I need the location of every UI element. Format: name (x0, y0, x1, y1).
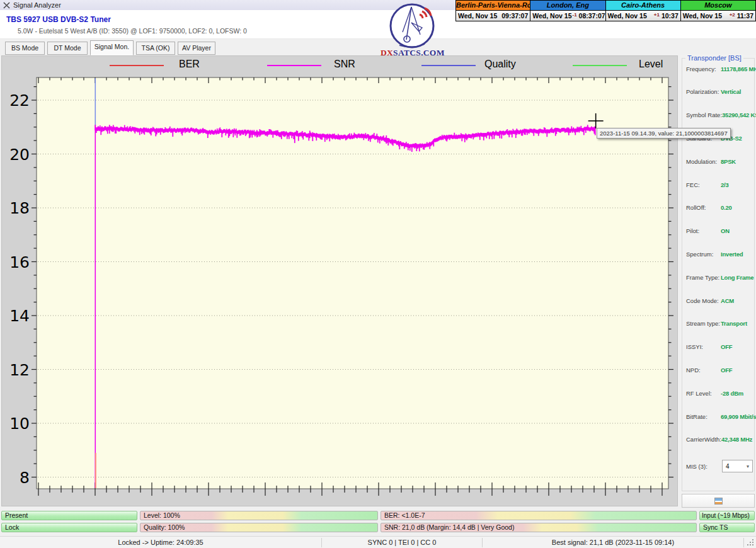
clock-offset: +1 (654, 12, 660, 18)
svg-text:12: 12 (9, 361, 30, 379)
clock-time-value: 09:37:07 (501, 12, 528, 20)
legend-line-level (573, 65, 627, 66)
clock-city: Cairo-Athens (606, 1, 680, 11)
clock-london: London, Eng Wed, Nov 15 -1 08:37:07 (530, 0, 605, 21)
cursor-tooltip: 2023-11-15 09.14.39, value: 21,100000381… (597, 128, 731, 139)
clock-time-value: 11:37 (737, 12, 753, 20)
clock-cairo: Cairo-Athens Wed, Nov 15 +1 10:37 (606, 0, 681, 21)
tp-row-npd: NPD:OFF (686, 363, 753, 376)
clock-city: Berlin-Paris-Vienna-Roma (456, 1, 530, 11)
legend-line-ber (110, 65, 164, 66)
tab-bs-mode[interactable]: BS Mode (5, 42, 45, 55)
tp-row-modulation: Modulation:8PSK (686, 155, 753, 168)
svg-text:18: 18 (9, 199, 30, 217)
logo-text: DXSATCS.COM (381, 48, 444, 58)
clock-city: London, Eng (530, 1, 605, 11)
legend-line-snr (267, 65, 321, 66)
tp-row-stream-type: Stream type:Transport (686, 317, 753, 330)
signal-chart: 810121416182022 BER SNR Quality Level (1, 55, 678, 506)
clock-offset: +2 (730, 12, 735, 18)
clock-offset: -1 (573, 12, 577, 18)
snr-bar: SNR: 21,0 dB (Margin: 14,4 dB | Very Goo… (381, 523, 697, 532)
window-title: Signal Analyzer (13, 1, 61, 9)
mis-row: MIS (3): 4 ▾ (686, 459, 753, 473)
clock-date: Wed, Nov 15 (532, 12, 571, 20)
tab-dt-mode[interactable]: DT Mode (47, 42, 88, 55)
resize-grip[interactable] (752, 539, 753, 540)
svg-text:14: 14 (9, 307, 30, 325)
tp-row-symbol-rate: Symbol Rate:35290,542 KS/s (686, 109, 753, 122)
transponder-list-button[interactable] (682, 494, 755, 508)
world-clocks: Berlin-Paris-Vienna-Roma Wed, Nov 15 09:… (455, 0, 756, 21)
tab-tsa[interactable]: TSA (OK) (136, 42, 175, 55)
present-indicator: Present (1, 511, 137, 520)
panel-title: Transponder [BS] (685, 54, 743, 62)
status-best-signal: Best signal: 21,1 dB (2023-11-15 09:14) (483, 537, 743, 548)
tp-row-spectrum: Spectrum:Inverted (686, 248, 753, 260)
list-icon (714, 498, 723, 505)
mis-label: MIS (3): (686, 463, 721, 470)
tp-row-pilot: Pilot:ON (686, 225, 753, 237)
device-subtitle: 5.0W - Eutelsat 5 West A/B (ID: 3550) @ … (18, 27, 247, 35)
legend-label-ber: BER (179, 59, 200, 70)
legend-label-level: Level (639, 59, 663, 70)
statusbar: Locked -> Uptime: 24:09:35 SYNC 0 | TEI … (0, 536, 756, 548)
app-icon (3, 2, 10, 9)
legend-label-quality: Quality (484, 59, 516, 70)
svg-text:22: 22 (9, 91, 30, 110)
svg-text:8: 8 (20, 469, 30, 487)
tp-row-frequency: Frequency:11178,865 MHz (686, 62, 753, 75)
clock-date: Wed, Nov 15 (683, 12, 722, 20)
legend-line-quality (421, 65, 476, 66)
tab-signal-mon[interactable]: Signal Mon. (90, 40, 134, 55)
status-uptime: Locked -> Uptime: 24:09:35 (0, 537, 321, 548)
clock-date: Wed, Nov 15 (458, 12, 497, 20)
tp-row-bitrate: BitRate:69,909 Mbit/s (686, 410, 753, 423)
svg-text:20: 20 (9, 146, 30, 164)
tp-row-issyi: ISSYI:OFF (686, 341, 753, 353)
lock-indicator: Lock (1, 523, 137, 532)
clock-time-value: 10:37 (662, 12, 679, 20)
sync-ts-indicator: Sync TS (699, 523, 755, 532)
svg-text:10: 10 (9, 414, 30, 433)
signal-analyzer-window: Signal Analyzer TBS 5927 USB DVB-S2 Tune… (0, 0, 756, 548)
satellite-dish-icon (381, 2, 444, 50)
tp-row-carrierwidth: CarrierWidth:42,348 MHz (686, 433, 753, 446)
tp-row-frame-type: Frame Type:Long Frame (686, 271, 753, 283)
status-sync: SYNC 0 | TEI 0 | CC 0 (322, 537, 482, 548)
transponder-panel: Transponder [BS] Frequency:11178,865 MHz… (680, 55, 756, 507)
tp-row-polarization: Polarization:Vertical (686, 86, 753, 98)
tp-row-rf-level: RF Level:-28 dBm (686, 387, 753, 399)
device-title: TBS 5927 USB DVB-S2 Tuner (6, 15, 111, 24)
clock-berlin: Berlin-Paris-Vienna-Roma Wed, Nov 15 09:… (455, 0, 530, 21)
input-indicator: Input (~19 Mbps) (699, 511, 755, 520)
clock-moscow: Moscow Wed, Nov 15 +2 11:37 (681, 0, 756, 21)
legend-label-snr: SNR (334, 59, 355, 70)
ber-bar: BER: <1.0E-7 (381, 511, 697, 520)
clock-time-value: 08:37:07 (579, 12, 605, 20)
signal-plot[interactable]: 810121416182022 (2, 56, 679, 507)
tp-row-rolloff: RollOff:0.20 (686, 202, 753, 214)
clock-date: Wed, Nov 15 (608, 12, 647, 20)
clock-city: Moscow (681, 1, 755, 11)
chart-legend: BER SNR Quality Level (2, 56, 677, 75)
dxsatcs-logo: DXSATCS.COM (381, 2, 444, 57)
tp-row-fec: FEC:2/3 (686, 178, 753, 191)
quality-bar: Quality: 100% (140, 523, 378, 532)
chevron-down-icon: ▾ (747, 464, 749, 469)
tabstrip: BS Mode DT Mode Signal Mon. TSA (OK) AV … (0, 39, 677, 55)
level-bar: Level: 100% (140, 511, 378, 520)
mis-value: 4 (726, 463, 730, 470)
mis-select[interactable]: 4 ▾ (722, 460, 753, 472)
svg-text:16: 16 (9, 253, 30, 271)
tp-row-code-mode: Code Mode:ACM (686, 294, 753, 307)
tab-av-player[interactable]: AV Player (178, 42, 215, 55)
transponder-groupbox: Transponder [BS] Frequency:11178,865 MHz… (682, 58, 755, 491)
